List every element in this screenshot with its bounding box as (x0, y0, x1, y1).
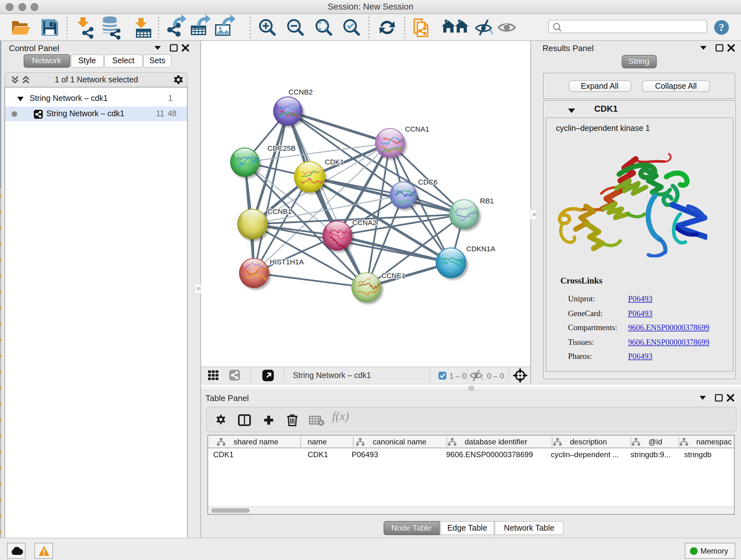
svg-text:HIST1H1A: HIST1H1A (270, 258, 304, 266)
svg-text:CDK1: CDK1 (325, 158, 344, 166)
svg-text:CCNA1: CCNA1 (405, 125, 429, 133)
svg-text:CCNB2: CCNB2 (288, 88, 313, 96)
svg-text:CCNB1: CCNB1 (267, 207, 292, 215)
svg-text:CDC25B: CDC25B (267, 144, 295, 152)
svg-text:CDC6: CDC6 (418, 178, 437, 186)
svg-text:?: ? (719, 22, 724, 33)
svg-text:CCNE1: CCNE1 (381, 272, 406, 280)
svg-text:CDKN1A: CDKN1A (466, 245, 495, 253)
svg-text:RB1: RB1 (480, 197, 494, 205)
svg-text:CCNA2: CCNA2 (352, 219, 377, 227)
